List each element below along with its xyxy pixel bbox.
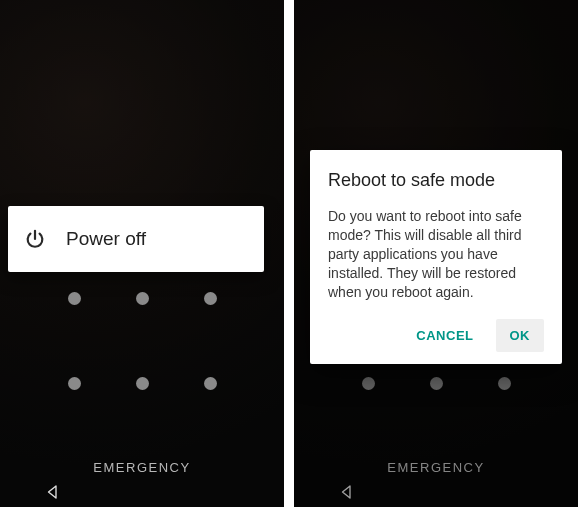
pattern-dot[interactable] <box>136 292 149 305</box>
pattern-dot[interactable] <box>68 377 81 390</box>
ok-button[interactable]: OK <box>496 319 545 352</box>
power-icon <box>24 228 46 250</box>
cancel-button[interactable]: CANCEL <box>402 319 487 352</box>
pattern-dot[interactable] <box>136 377 149 390</box>
safe-mode-dialog: Reboot to safe mode Do you want to reboo… <box>310 150 562 364</box>
dialog-title: Reboot to safe mode <box>328 170 544 191</box>
pattern-lock-grid[interactable] <box>0 292 284 390</box>
phone-screen-left: Power off EMERGENCY <box>0 0 284 507</box>
emergency-button[interactable]: EMERGENCY <box>0 460 284 475</box>
power-off-card[interactable]: Power off <box>8 206 264 272</box>
screen-content: Power off EMERGENCY <box>0 0 284 507</box>
dialog-body: Do you want to reboot into safe mode? Th… <box>328 207 544 301</box>
nav-back-button[interactable] <box>44 483 62 501</box>
power-off-label: Power off <box>66 228 146 250</box>
pattern-dot[interactable] <box>68 292 81 305</box>
back-icon <box>44 483 62 501</box>
pattern-dot[interactable] <box>204 292 217 305</box>
dialog-actions: CANCEL OK <box>328 319 544 352</box>
pattern-dot[interactable] <box>204 377 217 390</box>
phone-screen-right: EMERGENCY Reboot to safe mode Do you wan… <box>294 0 578 507</box>
screen-content: EMERGENCY Reboot to safe mode Do you wan… <box>294 0 578 507</box>
